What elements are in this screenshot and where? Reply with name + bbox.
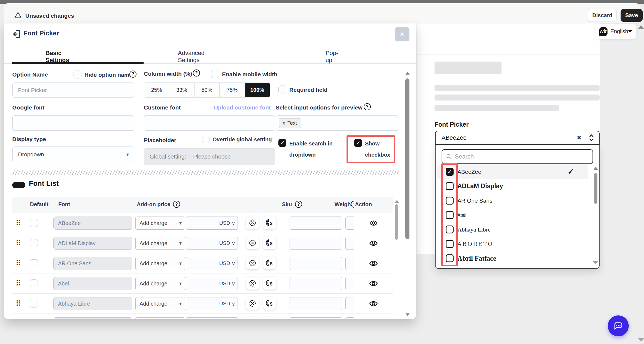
discount-badge-button[interactable] — [246, 236, 259, 249]
multi-currency-button[interactable]: $ — [263, 297, 276, 310]
tab-advanced-settings[interactable]: Advanced Settings — [178, 50, 205, 64]
currency-select[interactable]: USD ∨ — [217, 257, 238, 270]
help-icon[interactable]: ? — [129, 71, 136, 78]
font-list-toggle-icon[interactable] — [12, 182, 25, 188]
help-icon[interactable]: ? — [364, 103, 371, 110]
language-selector[interactable]: A文 English — [596, 24, 636, 39]
currency-select[interactable]: USD ∨ — [217, 217, 238, 229]
preview-options-field[interactable]: x Text — [276, 115, 399, 131]
row-default-checkbox[interactable] — [30, 300, 38, 308]
option-checkbox[interactable] — [446, 240, 454, 248]
weight-input[interactable] — [345, 277, 354, 290]
remove-chip-icon[interactable]: x — [283, 121, 285, 126]
dropdown-scroll-up-arrow[interactable] — [593, 167, 598, 170]
visibility-toggle-button[interactable] — [369, 279, 378, 288]
dropdown-search-box[interactable] — [442, 149, 593, 164]
dropdown-option[interactable]: ABORETO — [437, 237, 588, 251]
currency-select[interactable]: USD ∨ — [217, 297, 238, 310]
override-global-setting-checkbox[interactable] — [202, 136, 209, 143]
weight-input[interactable] — [345, 317, 354, 319]
dropdown-option[interactable]: Abril Fatface — [437, 251, 588, 266]
discount-badge-button[interactable] — [246, 277, 259, 290]
drag-handle-icon[interactable]: ⠿ — [16, 279, 20, 288]
add-charge-select[interactable]: Add charge ▾ — [135, 257, 185, 270]
drag-handle-icon[interactable]: ⠿ — [16, 239, 20, 248]
display-type-select[interactable]: Dropdown ▾ — [12, 147, 134, 162]
option-checkbox[interactable] — [446, 211, 454, 219]
row-default-checkbox[interactable] — [30, 259, 38, 267]
dropdown-option[interactable]: ADLaM Display — [437, 179, 588, 193]
sku-input[interactable] — [290, 217, 342, 230]
visibility-toggle-button[interactable] — [369, 239, 378, 247]
hide-option-name-checkbox[interactable] — [74, 71, 81, 78]
currency-select[interactable]: USD ∨ — [217, 277, 238, 290]
option-checkbox[interactable]: ✓ — [446, 168, 454, 176]
multi-currency-button[interactable]: $ — [263, 277, 276, 290]
search-input[interactable] — [455, 153, 589, 160]
help-icon[interactable]: ? — [173, 201, 180, 208]
row-default-checkbox[interactable] — [30, 219, 38, 227]
help-icon[interactable]: ? — [193, 69, 200, 77]
modal-scroll-up-arrow[interactable] — [405, 72, 410, 75]
price-input[interactable]: USD ∨ — [186, 257, 238, 270]
modal-scroll-down-arrow[interactable] — [405, 313, 410, 316]
close-button[interactable]: ✕ — [395, 27, 409, 41]
option-checkbox[interactable] — [446, 254, 454, 262]
price-input[interactable]: USD ∨ — [186, 297, 238, 310]
drag-handle-icon[interactable]: ⠿ — [16, 259, 20, 268]
sku-input[interactable] — [290, 277, 342, 290]
table-scrollbar-thumb[interactable] — [395, 204, 398, 240]
multi-currency-button[interactable]: $ — [263, 317, 276, 319]
option-checkbox[interactable] — [446, 182, 454, 190]
discard-button[interactable]: Discard — [588, 9, 617, 22]
discount-badge-button[interactable] — [246, 216, 259, 229]
tab-pop-up[interactable]: Pop-up — [326, 50, 338, 64]
custome-font-input[interactable] — [144, 115, 275, 131]
multi-currency-button[interactable]: $ — [263, 257, 276, 269]
weight-input[interactable] — [345, 257, 354, 270]
tab-basic-settings[interactable]: Basic Settings — [45, 50, 69, 64]
sku-input[interactable] — [290, 297, 342, 310]
sku-input[interactable] — [290, 257, 342, 270]
enable-mobile-width-checkbox[interactable] — [211, 70, 219, 78]
add-charge-select[interactable]: Add charge ▾ — [135, 297, 185, 310]
add-charge-select[interactable]: Add charge ▾ — [135, 237, 185, 250]
visibility-toggle-button[interactable] — [369, 259, 378, 267]
preview-font-select[interactable]: ABeeZee ✕ — [435, 131, 600, 145]
chat-widget-button[interactable] — [608, 315, 629, 336]
dropdown-scroll-down-arrow[interactable] — [593, 261, 598, 264]
table-scroll-up-arrow[interactable] — [395, 200, 399, 203]
width-option-33[interactable]: 33% — [169, 83, 194, 97]
drag-handle-icon[interactable]: ⠿ — [16, 299, 20, 308]
weight-input[interactable] — [345, 237, 354, 250]
weight-input[interactable] — [345, 297, 354, 310]
sku-input[interactable] — [290, 237, 342, 250]
dropdown-scrollbar-thumb[interactable] — [594, 173, 597, 204]
add-charge-select[interactable]: Add charge ▾ — [135, 217, 185, 230]
discount-badge-button[interactable] — [246, 297, 259, 310]
visibility-toggle-button[interactable] — [369, 300, 378, 308]
save-button[interactable]: Save — [621, 9, 643, 22]
price-input[interactable]: USD ∨ — [186, 217, 238, 230]
currency-select[interactable]: USD ∨ — [217, 318, 238, 319]
drag-handle-icon[interactable]: ⠿ — [16, 219, 20, 227]
dropdown-option[interactable]: Abel — [437, 208, 588, 222]
price-input[interactable]: USD ∨ — [186, 277, 238, 290]
modal-scrollbar-thumb[interactable] — [405, 78, 409, 239]
visibility-toggle-button[interactable] — [369, 219, 378, 227]
weight-input[interactable] — [345, 217, 354, 230]
enable-search-checkbox[interactable]: ✓ — [278, 139, 286, 147]
width-option-50[interactable]: 50% — [195, 83, 220, 97]
multi-currency-button[interactable]: $ — [263, 236, 276, 249]
upload-custome-font-link[interactable]: Upload custome font — [214, 104, 271, 111]
width-option-25[interactable]: 25% — [144, 83, 169, 97]
option-checkbox[interactable] — [446, 226, 454, 233]
width-option-75[interactable]: 75% — [220, 83, 245, 97]
required-field-checkbox[interactable] — [278, 86, 286, 93]
currency-select[interactable]: USD ∨ — [217, 237, 238, 249]
clear-icon[interactable]: ✕ — [577, 134, 582, 141]
price-input[interactable]: USD ∨ — [186, 237, 238, 250]
width-option-100[interactable]: 100% — [245, 83, 270, 97]
row-default-checkbox[interactable] — [30, 239, 38, 247]
option-name-input[interactable]: Font Picker — [12, 83, 134, 98]
